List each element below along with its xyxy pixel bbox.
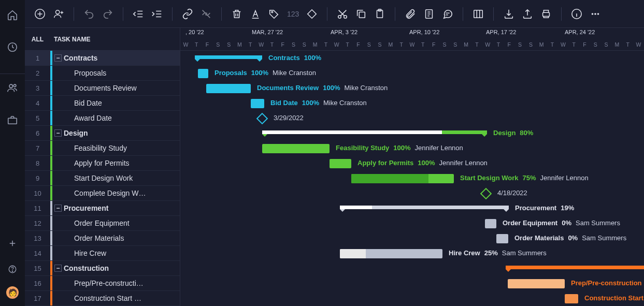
tag-icon[interactable]	[268, 8, 280, 20]
task-name-cell[interactable]: Award Date	[52, 114, 180, 122]
task-row[interactable]: 14Hire Crew	[25, 246, 180, 261]
redo-icon[interactable]	[102, 8, 113, 20]
bar-label: Prep/Pre-construction0%	[571, 279, 644, 287]
task-row[interactable]: 11−Procurement	[25, 201, 180, 216]
link-icon[interactable]	[182, 8, 193, 20]
gantt-row: Feasibility Study100%Jennifer Lennon	[180, 141, 644, 156]
notes-icon[interactable]	[423, 8, 435, 20]
indent-icon[interactable]	[151, 8, 163, 20]
summary-bar[interactable]	[340, 206, 509, 209]
gantt-chart[interactable]: , 20 '22MAR, 27 '22APR, 3 '22APR, 10 '22…	[180, 28, 644, 306]
task-name-cell[interactable]: Construction Start …	[52, 294, 180, 302]
task-name-cell[interactable]: Start Design Work	[52, 174, 180, 182]
comment-icon[interactable]	[442, 8, 453, 20]
task-row[interactable]: 9Start Design Work	[25, 171, 180, 186]
add-icon[interactable]	[7, 238, 18, 249]
summary-bar[interactable]	[262, 130, 487, 134]
task-bar[interactable]	[508, 279, 565, 288]
task-bar[interactable]	[330, 159, 351, 168]
trash-icon[interactable]	[231, 8, 242, 20]
task-name-cell[interactable]: −Contracts	[52, 54, 180, 62]
task-name-cell[interactable]: Apply for Permits	[52, 159, 180, 167]
unlink-icon[interactable]	[201, 8, 212, 20]
user-avatar[interactable]: 🧑	[6, 286, 19, 299]
task-bar[interactable]	[340, 249, 442, 258]
cut-icon[interactable]	[337, 8, 348, 20]
home-icon[interactable]	[7, 9, 18, 21]
clock-icon[interactable]	[7, 41, 18, 53]
collapse-icon[interactable]: −	[54, 129, 62, 137]
task-bar[interactable]	[262, 144, 330, 153]
task-name-cell[interactable]: Order Materials	[52, 234, 180, 242]
copy-icon[interactable]	[355, 8, 367, 20]
task-name-cell[interactable]: Bid Date	[52, 99, 180, 107]
task-row[interactable]: 15−Construction	[25, 261, 180, 276]
collapse-icon[interactable]: −	[54, 54, 62, 62]
collapse-icon[interactable]: −	[54, 265, 62, 272]
undo-icon[interactable]	[83, 8, 95, 20]
svg-point-7	[56, 10, 60, 13]
task-row[interactable]: 3Documents Review	[25, 81, 180, 96]
summary-bar[interactable]	[195, 55, 262, 59]
collapse-icon[interactable]: −	[54, 205, 62, 212]
more-icon[interactable]	[590, 8, 601, 20]
columns-icon[interactable]	[473, 8, 484, 20]
task-bar[interactable]	[565, 294, 578, 303]
task-row[interactable]: 5Award Date	[25, 111, 180, 126]
print-icon[interactable]	[540, 8, 552, 20]
svg-point-5	[12, 271, 12, 271]
diamond-icon[interactable]	[306, 8, 318, 20]
task-row[interactable]: 4Bid Date	[25, 96, 180, 111]
task-row[interactable]: 12Order Equipment	[25, 216, 180, 231]
task-name-cell[interactable]: Complete Design W…	[52, 189, 180, 197]
task-row[interactable]: 1−Contracts	[25, 51, 180, 66]
milestone-icon[interactable]	[256, 113, 268, 125]
task-name-cell[interactable]: −Construction	[52, 264, 180, 272]
task-name-cell[interactable]: Order Equipment	[52, 219, 180, 227]
task-row[interactable]: 10Complete Design W…	[25, 186, 180, 201]
add-circle-icon[interactable]	[34, 8, 46, 20]
task-row[interactable]: 13Order Materials	[25, 231, 180, 246]
task-name-cell[interactable]: Documents Review	[52, 84, 180, 92]
task-bar[interactable]	[206, 84, 251, 93]
task-row[interactable]: 16Prep/Pre-constructi…	[25, 276, 180, 291]
task-name-cell[interactable]: Proposals	[52, 69, 180, 77]
task-bar[interactable]	[351, 174, 454, 183]
task-name-cell[interactable]: −Design	[52, 129, 180, 137]
task-row[interactable]: 7Feasibility Study	[25, 141, 180, 156]
gantt-row: Design80%	[180, 126, 644, 141]
info-icon[interactable]	[571, 8, 582, 20]
summary-bar[interactable]	[506, 266, 644, 269]
col-all[interactable]: ALL	[25, 36, 50, 43]
task-row[interactable]: 6−Design	[25, 126, 180, 141]
people-icon[interactable]	[7, 82, 18, 94]
task-name-cell[interactable]: Feasibility Study	[52, 144, 180, 152]
add-user-icon[interactable]	[53, 8, 64, 20]
task-row[interactable]: 8Apply for Permits	[25, 156, 180, 171]
task-row[interactable]: 17Construction Start …	[25, 291, 180, 306]
attachment-icon[interactable]	[405, 8, 416, 20]
help-icon[interactable]	[7, 264, 18, 275]
task-bar[interactable]	[485, 219, 496, 228]
task-name-cell[interactable]: −Procurement	[52, 204, 180, 212]
col-taskname[interactable]: TASK NAME	[50, 36, 180, 43]
task-name-cell[interactable]: Prep/Pre-constructi…	[52, 279, 180, 287]
outdent-icon[interactable]	[133, 8, 144, 20]
import-icon[interactable]	[503, 8, 514, 20]
task-bar[interactable]	[198, 69, 208, 78]
export-icon[interactable]	[522, 8, 533, 20]
task-bar[interactable]	[251, 99, 264, 108]
bar-label: Procurement19%	[515, 204, 574, 212]
task-name-cell[interactable]: Hire Crew	[52, 249, 180, 257]
row-number: 13	[25, 235, 50, 242]
bar-label: 3/29/2022	[274, 114, 304, 122]
row-number: 7	[25, 144, 50, 152]
bar-label: Proposals100%Mike Cranston	[214, 69, 316, 77]
task-bar[interactable]	[496, 234, 508, 243]
paste-icon[interactable]	[374, 8, 385, 20]
task-row[interactable]: 2Proposals	[25, 66, 180, 81]
milestone-icon[interactable]	[480, 188, 492, 200]
briefcase-icon[interactable]	[7, 114, 18, 126]
text-color-icon[interactable]	[250, 8, 261, 20]
task-name: Award Date	[74, 114, 112, 122]
